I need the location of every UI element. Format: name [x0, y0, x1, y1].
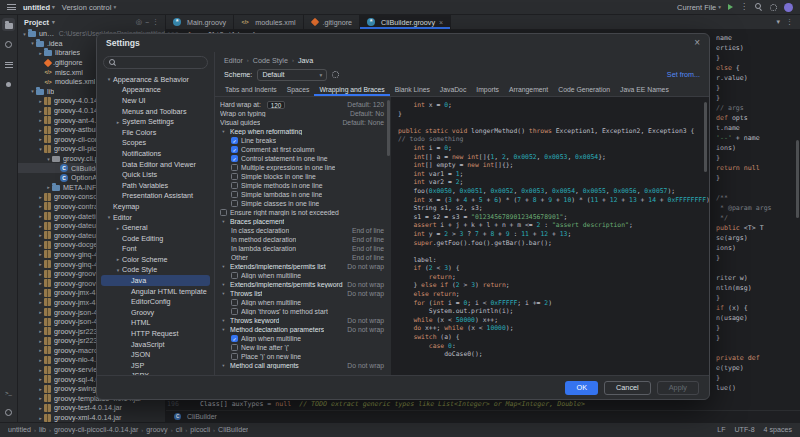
vcs-widget[interactable]: Version control ▾ [62, 3, 116, 12]
chevron-right-icon[interactable]: ▸ [37, 290, 44, 296]
chevron-right-icon[interactable]: ▸ [37, 242, 44, 248]
option-row[interactable]: Align 'throws' to method start [215, 307, 391, 316]
project-tree-item[interactable]: ▸groovy-test-4.0.14.jar [18, 403, 165, 413]
option-value-dropdown[interactable]: End of line [352, 245, 384, 252]
chevron-right-icon[interactable]: ▸ [37, 117, 44, 123]
chevron-right-icon[interactable]: ▸ [37, 405, 44, 411]
tab-wrapping-and-braces[interactable]: Wrapping and Braces [314, 83, 389, 96]
tab-imports[interactable]: Imports [471, 83, 504, 96]
chevron-right-icon[interactable]: ▸ [37, 223, 44, 229]
option-row[interactable]: ▾Extends/implements/permits keywordDo no… [215, 280, 391, 289]
option-value-dropdown[interactable]: Do not wrap [347, 281, 384, 288]
project-widget[interactable]: untitled ▾ [23, 3, 55, 12]
chevron-down-icon[interactable]: ▾ [21, 31, 28, 37]
option-value-dropdown[interactable]: Do not wrap [347, 263, 384, 270]
option-value-dropdown[interactable]: Do not wrap [347, 362, 384, 369]
editor-tab[interactable]: *Main.groovy [166, 15, 234, 29]
chevron-down-icon[interactable]: ▾ [105, 214, 113, 220]
settings-search[interactable] [103, 56, 208, 69]
scheme-actions-icon[interactable] [332, 71, 339, 78]
settings-tree-item[interactable]: ▾Code Style [101, 265, 210, 276]
options-scrollbar[interactable] [387, 100, 390, 156]
option-value-dropdown[interactable]: Do not wrap [347, 290, 384, 297]
option-row[interactable]: Simple lambdas in one line [215, 190, 391, 199]
settings-search-input[interactable] [119, 59, 202, 66]
more-icon[interactable]: ⋮ [786, 18, 793, 26]
option-value-dropdown[interactable]: End of line [352, 227, 384, 234]
chevron-right-icon[interactable]: ▸ [37, 386, 44, 392]
project-tool-icon[interactable] [2, 18, 15, 31]
chevron-down-icon[interactable]: ▾ [220, 363, 227, 368]
chevron-right-icon[interactable]: ▸ [37, 299, 44, 305]
breadcrumb-item[interactable]: CliBuilder [187, 413, 217, 420]
nav-bar-item[interactable]: lib [39, 426, 46, 434]
chevron-down-icon[interactable]: ▾ [220, 291, 227, 296]
option-row[interactable]: Multiple expressions in one line [215, 163, 391, 172]
chevron-down-icon[interactable]: ▾ [220, 282, 227, 287]
nav-bar-item[interactable]: groovy [146, 426, 167, 434]
chevron-right-icon[interactable]: ▸ [37, 271, 44, 277]
chevron-right-icon[interactable]: ▸ [114, 225, 122, 231]
nav-bar-item[interactable]: CliBuilder [218, 426, 248, 434]
chevron-down-icon[interactable]: ▾ [220, 219, 227, 224]
editor-tab[interactable]: </>modules.xml [234, 15, 303, 29]
avatar[interactable] [784, 3, 793, 12]
tab-spaces[interactable]: Spaces [282, 83, 315, 96]
more-icon[interactable]: ⋮ [152, 18, 159, 26]
option-row[interactable]: ▾Extends/implements/permits listDo not w… [215, 262, 391, 271]
option-value-dropdown[interactable]: Do not wrap [347, 326, 384, 333]
chevron-right-icon[interactable]: ▸ [37, 347, 44, 353]
chevron-right-icon[interactable]: ▸ [37, 108, 44, 114]
checkbox[interactable] [231, 353, 238, 360]
status-widget[interactable]: 4 spaces [764, 426, 792, 434]
nav-bar-item[interactable]: cli [176, 426, 183, 434]
checkbox[interactable] [231, 191, 238, 198]
chevron-right-icon[interactable]: ▸ [37, 357, 44, 363]
checkbox[interactable] [231, 182, 238, 189]
settings-icon[interactable] [770, 4, 777, 11]
option-row[interactable]: OtherEnd of line [215, 253, 391, 262]
chevron-right-icon[interactable]: ▸ [37, 194, 44, 200]
chevron-right-icon[interactable]: ▸ [45, 184, 52, 190]
chevron-down-icon[interactable]: ▾ [776, 18, 780, 26]
checkbox[interactable] [220, 209, 227, 216]
nav-bar-item[interactable]: untitled [8, 426, 31, 434]
settings-tree-item[interactable]: JavaScript [101, 339, 210, 350]
terminal-tool-icon[interactable]: >_ [2, 386, 15, 399]
chevron-right-icon[interactable]: ▸ [37, 376, 44, 382]
chevron-right-icon[interactable]: ▸ [37, 98, 44, 104]
tab-code-generation[interactable]: Code Generation [553, 83, 615, 96]
chevron-right-icon[interactable]: ▸ [37, 395, 44, 401]
option-row[interactable]: Hard wrap at:120Default: 120 [215, 100, 391, 109]
option-row[interactable]: New line after '(' [215, 343, 391, 352]
editor-tab[interactable]: .gitignore [304, 15, 361, 29]
structure-tool-icon[interactable] [2, 58, 15, 71]
settings-tree-item[interactable]: New UI [101, 95, 210, 106]
chevron-right-icon[interactable]: ▸ [37, 50, 44, 56]
checkbox[interactable] [231, 344, 238, 351]
settings-tree-item[interactable]: ▸General [101, 222, 210, 233]
chevron-down-icon[interactable]: ▾ [29, 40, 36, 46]
chevron-down-icon[interactable]: ▾ [220, 264, 227, 269]
option-row[interactable]: ✓Control statement in one line [215, 154, 391, 163]
option-value-input[interactable]: 120 [267, 101, 286, 109]
project-panel-header[interactable]: Project ▾ ◎ − ⋮ [18, 15, 165, 29]
settings-tree-item[interactable]: JSON [101, 349, 210, 360]
problems-tool-icon[interactable] [2, 406, 15, 419]
option-value-dropdown[interactable]: End of line [352, 236, 384, 243]
chevron-right-icon[interactable]: ▸ [37, 232, 44, 238]
more-icon[interactable]: ⋮ [740, 3, 748, 11]
checkbox[interactable]: ✓ [231, 146, 238, 153]
option-row[interactable]: ▾Method declaration parametersDo not wra… [215, 325, 391, 334]
chevron-right-icon[interactable]: ▸ [37, 251, 44, 257]
checkbox[interactable] [231, 308, 238, 315]
run-icon[interactable] [728, 4, 733, 10]
settings-tree-item[interactable]: Angular HTML template [101, 286, 210, 297]
status-widget[interactable]: UTF-8 [734, 426, 754, 434]
settings-tree-item[interactable]: JSP [101, 360, 210, 371]
nav-bar-item[interactable]: groovy-cli-picocli-4.0.14.jar [54, 426, 138, 434]
scrollbar-thumb[interactable] [796, 140, 799, 218]
editor-tab[interactable]: *CliBuilder.groovy× [360, 15, 451, 29]
chevron-down-icon[interactable]: ▾ [220, 327, 227, 332]
settings-tree-item[interactable]: ▾Appearance & Behavior [101, 74, 210, 85]
